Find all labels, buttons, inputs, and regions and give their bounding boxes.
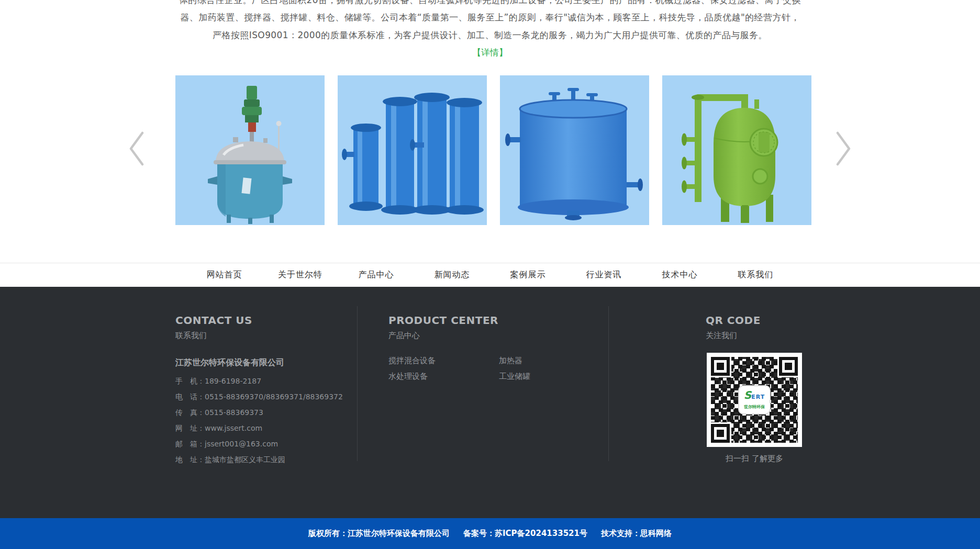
nav-item-home[interactable]: 网站首页: [186, 270, 262, 281]
qr-finder-icon: [711, 424, 730, 443]
products-heading-en: PRODUCT CENTER: [388, 314, 608, 327]
detail-link[interactable]: 【详情】: [472, 47, 508, 58]
nav-item-products[interactable]: 产品中心: [338, 270, 414, 281]
product-image-reaction-kettle[interactable]: [175, 75, 325, 225]
carousel-prev-button[interactable]: [126, 130, 149, 167]
logo-letter-s: S: [744, 389, 751, 401]
tech-support: 技术支持：思科网络: [601, 529, 672, 539]
company-name: 江苏世尔特环保设备有限公司: [175, 357, 353, 368]
storage-tank-illustration: [500, 75, 649, 225]
product-image-storage-tank[interactable]: [500, 75, 649, 225]
contact-email: 邮 箱：jssert001@163.com: [175, 436, 353, 452]
nav-item-industry[interactable]: 行业资讯: [566, 270, 642, 281]
nav-item-contact[interactable]: 联系我们: [718, 270, 794, 281]
footer-divider: [357, 306, 358, 461]
qr-center-logo: SERT 世尔特环保: [738, 385, 771, 414]
nav-item-about[interactable]: 关于世尔特: [262, 270, 338, 281]
qr-finder-icon: [779, 357, 798, 376]
nav-item-cases[interactable]: 案例展示: [490, 270, 566, 281]
copyright-owner: 版权所有：江苏世尔特环保设备有限公司: [308, 529, 450, 539]
qr-scan-hint: 扫一扫 了解更多: [706, 454, 803, 464]
icp-number: 备案号：苏ICP备2024133521号: [463, 529, 587, 539]
contact-fax: 传 真：0515-88369373: [175, 405, 353, 420]
copyright-bar: 版权所有：江苏世尔特环保设备有限公司 备案号：苏ICP备2024133521号 …: [0, 518, 980, 549]
product-link-mixing[interactable]: 搅拌混合设备: [388, 355, 499, 367]
product-image-filter-pipes[interactable]: [338, 75, 487, 225]
company-website-page: 体的综合性企业。厂区占地面积20亩，拥有激光切割设备、自动埋弧焊机等先进的加工设…: [0, 0, 980, 549]
footer-contact-section: CONTACT US 联系我们 江苏世尔特环保设备有限公司 手 机：189-61…: [175, 314, 353, 467]
company-intro: 体的综合性企业。厂区占地面积20亩，拥有激光切割设备、自动埋弧焊机等先进的加工设…: [0, 0, 980, 62]
footer-qr-section: QR CODE 关注我们 SERT 世尔特环保 扫一扫 了解更多: [706, 314, 810, 464]
products-heading-cn: 产品中心: [388, 331, 608, 340]
footer-divider: [608, 306, 609, 461]
product-link-water-treatment[interactable]: 水处理设备: [388, 371, 499, 383]
product-link-industrial-tank[interactable]: 工业储罐: [499, 371, 608, 383]
contact-heading-en: CONTACT US: [175, 314, 353, 327]
product-image-green-vessel[interactable]: [662, 75, 811, 225]
carousel-tiles: [175, 75, 811, 225]
qr-heading-en: QR CODE: [706, 314, 810, 327]
chevron-right-icon: [831, 130, 854, 167]
intro-line: 体的综合性企业。厂区占地面积20亩，拥有激光切割设备、自动埋弧焊机等先进的加工设…: [0, 0, 980, 9]
intro-line: 严格按照ISO9001：2000的质量体系标准，为客户提供设计、加工、制造一条龙…: [0, 27, 980, 44]
qr-pattern: SERT 世尔特环保: [711, 357, 798, 443]
nav-item-tech[interactable]: 技术中心: [642, 270, 718, 281]
qr-code-image: SERT 世尔特环保: [707, 353, 802, 447]
reaction-kettle-illustration: [175, 75, 325, 225]
contact-phone: 电 话：0515-88369370/88369371/88369372: [175, 389, 353, 405]
contact-lines: 手 机：189-6198-2187 电 话：0515-88369370/8836…: [175, 373, 353, 467]
green-vessel-illustration: [662, 75, 811, 225]
contact-heading-cn: 联系我们: [175, 331, 353, 340]
intro-detail-row: 【详情】: [0, 44, 980, 61]
carousel-next-button[interactable]: [831, 130, 854, 167]
qr-heading-cn: 关注我们: [706, 331, 810, 340]
filter-pipes-illustration: [338, 75, 487, 225]
qr-finder-icon: [711, 357, 730, 376]
contact-website: 网 址：www.jssert.com: [175, 420, 353, 436]
product-link-heater[interactable]: 加热器: [499, 355, 608, 367]
logo-chinese-name: 世尔特环保: [739, 404, 770, 410]
footer-products-section: PRODUCT CENTER 产品中心 搅拌混合设备 加热器 水处理设备 工业储…: [388, 314, 608, 383]
contact-address: 地 址：盐城市盐都区义丰工业园: [175, 452, 353, 467]
footer: CONTACT US 联系我们 江苏世尔特环保设备有限公司 手 机：189-61…: [0, 287, 980, 518]
product-links: 搅拌混合设备 加热器 水处理设备 工业储罐: [388, 355, 608, 383]
intro-line: 器、加药装置、搅拌器、搅拌罐、料仓、储罐等。公司本着“质量第一、服务至上”的原则…: [0, 9, 980, 26]
contact-mobile: 手 机：189-6198-2187: [175, 373, 353, 389]
logo-letters-ert: ERT: [751, 394, 765, 400]
main-nav: 网站首页 关于世尔特 产品中心 新闻动态 案例展示 行业资讯 技术中心 联系我们: [0, 263, 980, 287]
nav-item-news[interactable]: 新闻动态: [414, 270, 490, 281]
chevron-left-icon: [126, 130, 149, 167]
